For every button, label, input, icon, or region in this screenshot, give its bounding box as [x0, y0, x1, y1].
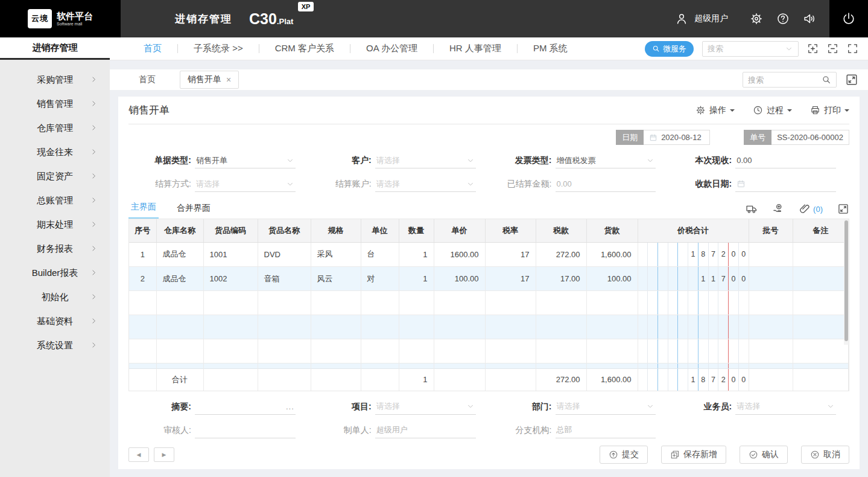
sidebar-item-base-data[interactable]: 基础资料 — [0, 309, 110, 333]
sidebar-item-fixed-assets[interactable]: 固定资产 — [0, 164, 110, 188]
confirm-button[interactable]: 确认 — [740, 446, 788, 464]
cell-tax[interactable]: 17.00 — [536, 267, 586, 291]
cash-received-input[interactable]: 0.00 — [735, 153, 836, 168]
sidebar-item-init[interactable]: 初始化 — [0, 285, 110, 309]
cell-amount[interactable]: 100.00 — [586, 267, 638, 291]
cancel-button[interactable]: 取消 — [801, 446, 849, 464]
tab-main-view[interactable]: 主界面 — [128, 202, 159, 219]
cell-unit[interactable]: 台 — [361, 243, 399, 267]
tab-sales-order[interactable]: 销售开单 × — [180, 71, 239, 89]
cell-qty[interactable]: 1 — [399, 243, 434, 267]
settled-amount-input[interactable]: 0.00 — [556, 176, 656, 192]
cell-remark[interactable] — [793, 267, 849, 291]
grid-row-2[interactable]: 2 成品仓 1002 音箱 风云 对 1 100.00 17 17.00 100… — [129, 267, 849, 291]
grid-vertical-scrollbar[interactable] — [844, 243, 849, 345]
expand-window-icon[interactable] — [845, 73, 858, 86]
help-icon[interactable] — [776, 12, 790, 25]
cell-price[interactable]: 1600.00 — [434, 243, 485, 267]
sidebar-item-warehouse[interactable]: 仓库管理 — [0, 116, 110, 140]
sidebar-item-sales[interactable]: 销售管理 — [0, 92, 110, 116]
date-input[interactable]: 2020-08-12 — [644, 130, 710, 145]
cell-name[interactable]: 音箱 — [258, 267, 311, 291]
prev-record-button[interactable]: ◀ — [128, 447, 149, 462]
summary-input[interactable]: ... — [195, 399, 296, 415]
ellipsis-more-icon[interactable]: ... — [286, 402, 294, 411]
close-icon[interactable]: × — [226, 75, 231, 85]
operate-menu-button[interactable]: 操作 — [695, 105, 735, 116]
sidebar-item-ledger[interactable]: 总账管理 — [0, 188, 110, 213]
logout-power-icon[interactable] — [829, 0, 868, 37]
cell-price[interactable]: 100.00 — [434, 267, 485, 291]
cell-warehouse[interactable]: 成品仓 — [156, 243, 203, 267]
nav-item-pm[interactable]: PM 系统 — [518, 43, 583, 54]
zoom-in-bracket-icon[interactable] — [807, 43, 819, 54]
fullscreen-bracket-icon[interactable] — [847, 43, 858, 54]
tab-merged-view[interactable]: 合并界面 — [174, 203, 213, 219]
expand-grid-icon[interactable] — [837, 203, 849, 215]
branch-input[interactable]: 总部 — [556, 423, 656, 438]
nav-item-crm[interactable]: CRM 客户关系 — [259, 43, 350, 54]
cell-warehouse[interactable]: 成品仓 — [156, 267, 203, 291]
receipt-date-input[interactable] — [735, 176, 836, 192]
grid-row-empty[interactable] — [129, 363, 849, 368]
sidebar-item-purchase[interactable]: 采购管理 — [0, 68, 110, 92]
logo[interactable]: 云境 软件平台 Software mall — [0, 0, 121, 37]
cell-code[interactable]: 1001 — [203, 243, 258, 267]
cell-spec[interactable]: 采风 — [311, 243, 361, 267]
project-select[interactable]: 请选择 — [375, 399, 476, 415]
grid-body-viewport[interactable]: 1 成品仓 1001 DVD 采风 台 1 1600.00 17 272.00 … — [129, 243, 849, 368]
microservice-button[interactable]: 微服务 — [645, 41, 694, 57]
sidebar-item-period-end[interactable]: 期末处理 — [0, 213, 110, 237]
tab-home[interactable]: 首页 — [139, 74, 156, 85]
grid-row-empty[interactable] — [129, 291, 849, 315]
nav-search-input[interactable] — [708, 44, 785, 53]
docno-input[interactable]: SS-2020-06-00002 — [771, 130, 849, 145]
cell-tax-rate[interactable]: 17 — [485, 267, 536, 291]
sidebar-item-system-settings[interactable]: 系统设置 — [0, 333, 110, 357]
cell-spec[interactable]: 风云 — [311, 267, 361, 291]
attachment-button[interactable]: (0) — [799, 203, 823, 215]
cell-tax-rate[interactable]: 17 — [485, 243, 536, 267]
active-module-tab[interactable]: 进销存管理 — [0, 37, 110, 60]
doc-type-select[interactable]: 销售开单 — [195, 153, 296, 168]
print-menu-button[interactable]: 打印 — [810, 105, 849, 116]
settle-method-select[interactable]: 请选择 — [195, 176, 296, 192]
hand-coin-icon[interactable] — [772, 203, 784, 215]
cell-amount[interactable]: 1,600.00 — [586, 243, 638, 267]
next-record-button[interactable]: ▶ — [154, 447, 174, 462]
save-and-new-button[interactable]: 保存新增 — [661, 446, 726, 464]
cell-batch[interactable] — [749, 267, 793, 291]
submit-button[interactable]: 提交 — [600, 446, 648, 464]
grid-row-1[interactable]: 1 成品仓 1001 DVD 采风 台 1 1600.00 17 272.00 … — [129, 243, 849, 267]
nav-item-oa[interactable]: OA 办公管理 — [350, 43, 433, 54]
nav-item-subsystems[interactable]: 子系统录 >> — [178, 43, 259, 54]
cell-unit[interactable]: 对 — [361, 267, 399, 291]
settings-gear-icon[interactable] — [750, 12, 763, 25]
sidebar-item-cash[interactable]: 现金往来 — [0, 140, 110, 164]
grid-row-empty[interactable] — [129, 315, 849, 339]
zoom-out-bracket-icon[interactable] — [827, 43, 838, 54]
user-icon[interactable] — [675, 12, 688, 25]
sidebar-item-builder-report[interactable]: Builder报表 — [0, 261, 110, 285]
auditor-input[interactable] — [195, 423, 296, 438]
tab-search-input[interactable] — [748, 75, 822, 85]
customer-select[interactable]: 请选择 — [375, 153, 476, 168]
invoice-type-select[interactable]: 增值税发票 — [556, 153, 656, 168]
tab-search-box[interactable] — [743, 72, 837, 88]
sidebar-item-finance-report[interactable]: 财务报表 — [0, 237, 110, 261]
nav-item-home[interactable]: 首页 — [128, 43, 177, 54]
cell-tax[interactable]: 272.00 — [536, 243, 586, 267]
cell-name[interactable]: DVD — [258, 243, 311, 267]
cell-remark[interactable] — [793, 243, 849, 267]
cell-qty[interactable]: 1 — [399, 267, 434, 291]
delivery-truck-icon[interactable] — [746, 203, 758, 215]
creator-input[interactable]: 超级用户 — [375, 423, 476, 438]
process-menu-button[interactable]: 过程 — [753, 105, 792, 116]
nav-item-hr[interactable]: HR 人事管理 — [434, 43, 517, 54]
cell-batch[interactable] — [749, 243, 793, 267]
scrollbar-thumb[interactable] — [844, 243, 848, 342]
nav-search-select[interactable] — [702, 41, 799, 57]
grid-row-empty[interactable] — [129, 339, 849, 363]
username[interactable]: 超级用户 — [694, 13, 728, 24]
salesman-select[interactable]: 请选择 — [735, 399, 836, 415]
